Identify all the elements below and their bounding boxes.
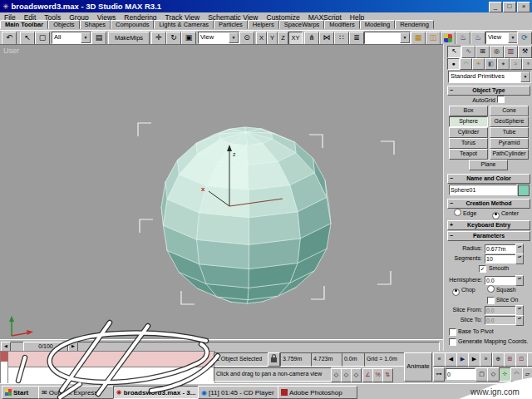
pathcylinder-button[interactable]: PathCylinder	[490, 149, 529, 160]
tab-particles[interactable]: Particles	[214, 20, 248, 29]
zoom-extents-icon[interactable]: ⊡	[515, 352, 528, 367]
close-button[interactable]: ×	[517, 2, 530, 12]
helpers-category-icon[interactable]: ⌖	[497, 58, 510, 70]
modify-tab-icon[interactable]: ∿	[461, 46, 475, 58]
cameras-category-icon[interactable]: ◧	[485, 58, 497, 70]
chevron-down-icon[interactable]: ▼	[520, 71, 530, 82]
spinner-snap-icon[interactable]: ⇅	[382, 368, 393, 382]
radius-field[interactable]	[485, 244, 516, 254]
spacewarps-category-icon[interactable]: ≈	[510, 58, 522, 70]
select-and-rotate-icon[interactable]: ↻	[166, 32, 181, 45]
track-view-icon[interactable]: ▦	[411, 32, 426, 45]
object-name-field[interactable]	[449, 185, 517, 195]
parameters-rollout[interactable]: − Parameters	[447, 231, 530, 241]
cone-button[interactable]: Cone	[490, 106, 529, 116]
teapot-button[interactable]: Teapot	[449, 149, 488, 160]
viewport-canvas[interactable]: z x	[0, 45, 443, 340]
listener-row[interactable]	[7, 367, 215, 384]
key-mode-icon[interactable]: ⊶	[433, 367, 445, 382]
chevron-down-icon[interactable]: ▼	[81, 32, 91, 43]
makemips-button[interactable]: MakeMips	[108, 32, 150, 45]
keyboard-entry-rollout[interactable]: + Keyboard Entry	[447, 220, 530, 230]
hierarchy-tab-icon[interactable]: ⊞	[475, 46, 490, 58]
creation-method-rollout[interactable]: − Creation Method	[447, 199, 530, 209]
go-to-end-icon[interactable]: »	[480, 352, 492, 367]
tab-modifiers[interactable]: Modifiers	[324, 20, 359, 29]
coord-system-dropdown[interactable]: View ▼	[198, 32, 239, 44]
geometry-category-icon[interactable]: ●	[447, 58, 460, 70]
pivot-center-icon[interactable]: ⊙	[239, 32, 254, 45]
select-by-name-icon[interactable]: ▤	[91, 32, 106, 45]
go-to-start-icon[interactable]: «	[433, 352, 446, 367]
display-tab-icon[interactable]: ▥	[504, 46, 518, 58]
squash-radio-row[interactable]: Squash	[487, 285, 516, 294]
gen-mapping-checkbox[interactable]	[449, 338, 456, 346]
minimize-button[interactable]: _	[489, 2, 502, 12]
previous-frame-icon[interactable]: ◀	[445, 352, 457, 367]
viewport-label[interactable]: User	[3, 47, 19, 55]
task-3dsmax[interactable]: ✳ broadsword3.max - 3...	[113, 386, 201, 399]
maximize-button[interactable]: □	[503, 2, 516, 12]
base-to-pivot-checkbox[interactable]	[449, 328, 456, 336]
align-icon[interactable]: ≣	[349, 32, 364, 45]
min-max-toggle-icon[interactable]: ▱	[522, 367, 532, 382]
tab-rendering[interactable]: Rendering	[395, 20, 434, 29]
segments-field[interactable]	[485, 254, 516, 264]
title-bar[interactable]: ✳ broadsword3.max - 3D Studio MAX R3.1 _…	[0, 0, 532, 12]
tube-button[interactable]: Tube	[490, 127, 529, 138]
smooth-checkbox[interactable]: ✓	[479, 265, 486, 273]
center-radio-row[interactable]: Center	[492, 209, 519, 219]
cylinder-button[interactable]: Cylinder	[449, 127, 488, 138]
tab-main-toolbar[interactable]: Main Toolbar	[0, 20, 48, 29]
squash-radio[interactable]	[487, 285, 495, 293]
pyramid-button[interactable]: Pyramid	[490, 138, 529, 149]
restrict-y-button[interactable]: Y	[267, 32, 278, 45]
sphere-button[interactable]: Sphere	[449, 116, 488, 127]
quick-render-icon[interactable]: ♨	[470, 32, 485, 45]
tab-modeling[interactable]: Modeling	[360, 20, 395, 29]
zoom-all-icon[interactable]: ⊞	[504, 352, 516, 367]
tab-lights-cameras[interactable]: Lights & Cameras	[154, 20, 214, 29]
lights-category-icon[interactable]: ☀	[472, 58, 485, 70]
selection-filter-dropdown[interactable]: All ▼	[52, 32, 91, 44]
center-radio[interactable]	[492, 212, 500, 219]
torus-button[interactable]: Torus	[449, 138, 488, 149]
tab-compounds[interactable]: Compounds	[111, 20, 154, 29]
schematic-view-icon[interactable]: ◫	[426, 32, 441, 45]
object-color-swatch[interactable]	[518, 185, 530, 196]
mirror-icon[interactable]: ⋈	[319, 32, 334, 45]
array-icon[interactable]: ∷	[334, 32, 349, 45]
render-scene-icon[interactable]: ♨	[456, 32, 470, 45]
render-last-icon[interactable]: ⟳	[517, 32, 532, 45]
autogrid-checkbox[interactable]	[497, 96, 505, 103]
macro-recorder-tab[interactable]	[1, 352, 7, 362]
selection-lock-icon[interactable]	[268, 352, 280, 367]
macro-recorder-row[interactable]	[7, 351, 215, 367]
chevron-down-icon[interactable]: ▼	[400, 32, 410, 43]
hemisphere-field[interactable]	[485, 276, 516, 285]
fov-icon[interactable]: ◇	[487, 367, 500, 382]
next-frame-icon[interactable]: ▶	[468, 352, 480, 367]
zoom-extents-all-icon[interactable]	[527, 352, 532, 367]
tab-objects[interactable]: Objects	[48, 20, 79, 29]
object-type-rollout[interactable]: − Object Type	[447, 86, 530, 96]
task-photoshop[interactable]: Adobe Photoshop	[278, 386, 357, 399]
render-type-dropdown[interactable]: View ▼	[485, 32, 519, 44]
edge-radio-row[interactable]: Edge	[454, 209, 476, 218]
restrict-z-button[interactable]: Z	[278, 32, 288, 45]
select-and-move-icon[interactable]: ✛	[151, 32, 166, 45]
snap-3d-icon[interactable]: ◇	[351, 368, 362, 382]
create-tab-icon[interactable]: ↖	[447, 46, 461, 58]
pan-icon[interactable]: ⊹	[499, 367, 511, 382]
tab-shapes[interactable]: Shapes	[80, 20, 111, 29]
restrict-x-button[interactable]: X	[256, 32, 267, 45]
select-object-icon[interactable]: ↖	[20, 32, 35, 45]
primitives-dropdown[interactable]: Standard Primitives ▼	[448, 71, 531, 83]
edge-radio[interactable]	[454, 209, 461, 216]
animate-button[interactable]: Animate	[404, 352, 432, 382]
slice-on-checkbox[interactable]	[487, 297, 495, 304]
current-frame-field[interactable]	[446, 368, 475, 380]
start-button[interactable]: Start	[2, 386, 42, 399]
utilities-tab-icon[interactable]: ⚒	[518, 46, 532, 58]
plane-button[interactable]: Plane	[469, 160, 508, 170]
